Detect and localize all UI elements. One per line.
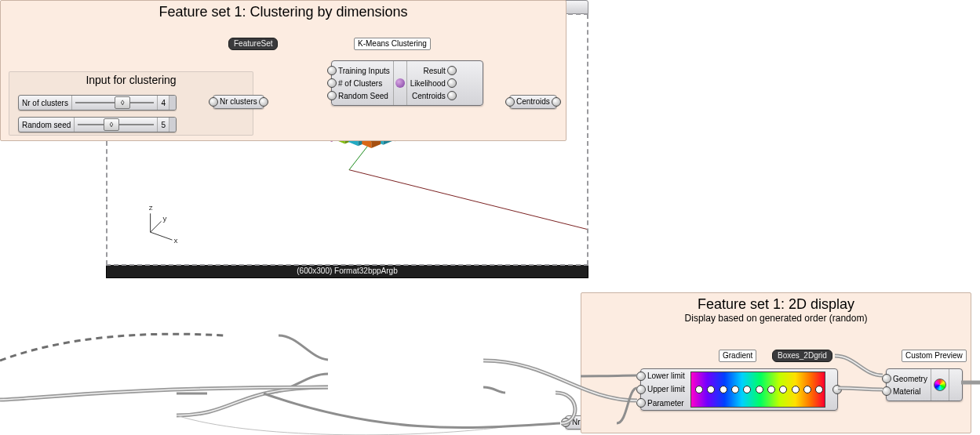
gradient-handle[interactable] — [792, 386, 800, 393]
gradient-handle[interactable] — [743, 386, 751, 393]
gradient-handle[interactable] — [767, 386, 775, 393]
svg-text:y: y — [163, 214, 167, 223]
node-custom-preview[interactable]: Geometry Material — [886, 368, 963, 401]
port-num-clusters[interactable]: # of Clusters — [332, 77, 385, 89]
tag-kmeans: K-Means Clustering — [354, 38, 431, 50]
gradient-swatch[interactable] — [690, 372, 825, 408]
svg-text:x: x — [173, 236, 177, 245]
group-display-title: Feature set 1: 2D display — [581, 293, 971, 313]
slider-random-seed-label: Random seed — [19, 118, 75, 132]
group-clustering-title: Feature set 1: Clustering by dimensions — [1, 1, 566, 20]
node-kmeans-outputs: Result Likelihood Centroids — [407, 61, 452, 105]
port-random-seed[interactable]: Random Seed — [332, 89, 392, 102]
node-gradient[interactable]: Lower limit Upper limit Parameter — [640, 368, 838, 411]
gradient-handle[interactable] — [756, 386, 763, 393]
node-kmeans[interactable]: Training Inputs # of Clusters Random See… — [331, 60, 483, 106]
tag-gradient: Gradient — [719, 350, 756, 362]
port-centroids[interactable]: Centroids — [409, 89, 452, 102]
svg-line-2 — [151, 232, 173, 240]
subgroup-input-title: Input for clustering — [9, 72, 253, 88]
port-upper-limit[interactable]: Upper limit — [641, 383, 688, 396]
preview-icon — [934, 379, 946, 391]
port-result[interactable]: Result — [420, 64, 451, 77]
gradient-handle[interactable] — [720, 386, 727, 393]
slider-random-seed-thumb[interactable]: ◊ — [104, 118, 119, 131]
param-nr-clusters[interactable]: Nr clusters — [213, 95, 264, 109]
svg-text:z: z — [149, 203, 153, 212]
port-lower-limit[interactable]: Lower limit — [641, 370, 688, 382]
tag-custompreview: Custom Preview — [902, 350, 967, 362]
slider-random-seed-value: 5 — [157, 118, 169, 132]
port-gradient-out[interactable] — [828, 369, 837, 410]
port-geometry[interactable]: Geometry — [887, 372, 931, 385]
node-kmeans-icon — [393, 61, 407, 105]
group-clustering: Feature set 1: Clustering by dimensions … — [0, 0, 567, 141]
node-preview-icon — [931, 369, 949, 401]
port-training-inputs[interactable]: Training Inputs — [332, 64, 393, 77]
slider-nr-clusters-thumb[interactable]: ◊ — [115, 96, 130, 109]
slider-random-seed[interactable]: Random seed ◊ 5 — [18, 117, 177, 132]
slider-nr-clusters-label: Nr of clusters — [19, 96, 72, 110]
group-display-subtitle: Display based on generated order (random… — [581, 313, 971, 324]
param-centroids[interactable]: Centroids — [509, 95, 557, 109]
window-statusbar: (600x300) Format32bppArgb — [106, 265, 588, 278]
node-gradient-inputs: Lower limit Upper limit Parameter — [641, 369, 688, 410]
gradient-handle[interactable] — [779, 386, 787, 393]
port-material[interactable]: Material — [887, 385, 924, 397]
port-parameter[interactable]: Parameter — [641, 397, 687, 409]
gradient-handle[interactable] — [803, 386, 811, 393]
gradient-handle[interactable] — [815, 386, 823, 393]
gradient-handle[interactable] — [707, 386, 715, 393]
gradient-handle[interactable] — [731, 386, 739, 393]
slider-nr-clusters[interactable]: Nr of clusters ◊ 4 — [18, 95, 177, 111]
slider-grip[interactable] — [169, 96, 176, 110]
tag-boxes2dgrid[interactable]: Boxes_2Dgrid — [772, 350, 832, 362]
node-kmeans-inputs: Training Inputs # of Clusters Random See… — [332, 61, 393, 105]
cluster-icon — [395, 78, 405, 88]
slider-nr-clusters-value: 4 — [157, 96, 169, 110]
svg-line-0 — [349, 170, 587, 240]
gradient-handle[interactable] — [695, 386, 703, 393]
node-preview-inputs: Geometry Material — [887, 369, 931, 401]
port-likelihood[interactable]: Likelihood — [407, 77, 452, 89]
slider-grip[interactable] — [169, 118, 176, 132]
tag-featureset[interactable]: FeatureSet — [228, 38, 278, 50]
svg-line-3 — [151, 221, 162, 232]
group-display: Feature set 1: 2D display Display based … — [581, 292, 971, 433]
